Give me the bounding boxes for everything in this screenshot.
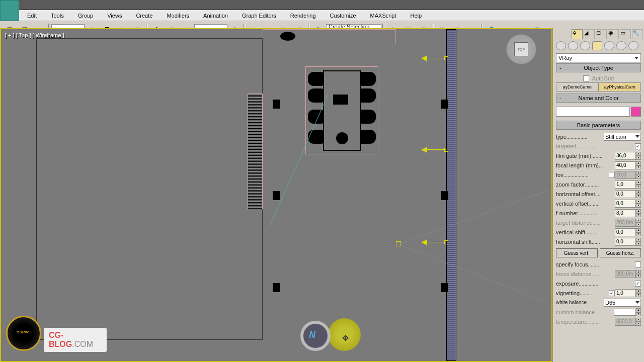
systems-icon[interactable] [628, 41, 638, 50]
viewcube-face-top[interactable]: TOP [514, 42, 528, 56]
object-color-swatch[interactable] [631, 107, 641, 117]
scene-plate [336, 132, 348, 144]
menu-rendering[interactable]: Rendering [283, 13, 323, 19]
vshift-input[interactable] [615, 228, 636, 236]
menu-modifiers[interactable]: Modifiers [159, 13, 196, 19]
exposure-checkbox[interactable]: ✓ [635, 281, 641, 287]
targeted-checkbox[interactable]: ✓ [635, 143, 641, 149]
autogrid-checkbox[interactable] [583, 75, 589, 81]
scene-wall [36, 38, 263, 340]
create-tab-icon[interactable]: ✲ [572, 29, 583, 39]
menu-help[interactable]: Help [404, 13, 429, 19]
helpers-icon[interactable] [604, 41, 614, 50]
specfocus-checkbox[interactable] [635, 261, 641, 267]
cb-swatch[interactable] [614, 309, 636, 316]
rollout-basic-params[interactable]: -Basic parameters [556, 121, 641, 130]
hoff-label: horizontal offset.... [556, 191, 615, 197]
shapes-icon[interactable] [568, 41, 578, 50]
hshift-input[interactable] [615, 238, 636, 246]
app-icon[interactable] [0, 0, 19, 21]
scene-chair [308, 130, 323, 144]
utilities-tab-icon[interactable]: 🔧 [632, 29, 643, 39]
autogrid-label: AutoGrid [592, 75, 614, 81]
zoom-label: zoom factor.......... [556, 182, 615, 188]
hierarchy-tab-icon[interactable]: ⊟ [596, 29, 607, 39]
type-label: type............... [556, 134, 604, 140]
menu-create[interactable]: Create [129, 13, 159, 19]
temp-spinner[interactable]: ▲▼ [636, 318, 641, 326]
zoom-spinner[interactable]: ▲▼ [636, 180, 641, 189]
tdist-label: target distance...... [556, 220, 615, 226]
scene-light-arrow [421, 147, 446, 153]
scene-chair [308, 110, 323, 124]
command-panel: ✲ ◢ ⊟ ◉ ▭ 🔧 VRay -Object Type AutoGrid a… [552, 28, 644, 362]
guess-horiz-button[interactable]: Guess horiz. [600, 248, 641, 257]
menu-tools[interactable]: Tools [44, 13, 71, 19]
rollout-name-color[interactable]: -Name and Color [556, 94, 641, 103]
geometry-icon[interactable] [556, 41, 566, 50]
vray-dome-camera-button[interactable]: ayDomeCame [556, 82, 599, 92]
hoff-input[interactable] [615, 190, 636, 198]
vshift-spinner[interactable]: ▲▼ [636, 228, 641, 236]
rollout-object-type[interactable]: -Object Type [556, 63, 641, 72]
scene-lamp [280, 32, 295, 41]
filmgate-label: film gate (mm)........ [556, 153, 615, 159]
viewcube[interactable]: TOP [506, 34, 536, 64]
vignette-input[interactable] [615, 289, 636, 297]
cb-label: custom balance ..... [556, 309, 614, 315]
vshift-label: vertical shift......... [556, 229, 615, 235]
motion-tab-icon[interactable]: ◉ [608, 29, 619, 39]
filmgate-spinner[interactable]: ▲▼ [636, 152, 641, 160]
focusdist-spinner[interactable]: ▲▼ [636, 270, 641, 278]
vignette-checkbox[interactable]: ✓ [609, 290, 615, 296]
scene-light-arrow [421, 239, 446, 245]
fnum-label: f-number.............. [556, 210, 615, 216]
object-name-input[interactable] [556, 107, 630, 117]
hshift-label: horizontal shift...... [556, 239, 615, 245]
scene-box-sm [273, 283, 280, 292]
menu-group[interactable]: Group [71, 13, 101, 19]
lights-icon[interactable] [580, 41, 590, 50]
fnum-spinner[interactable]: ▲▼ [636, 209, 641, 217]
menu-edit[interactable]: Edit [20, 13, 44, 19]
menu-grapheditors[interactable]: Graph Editors [235, 13, 283, 19]
spacewarps-icon[interactable] [616, 41, 626, 50]
menu-customize[interactable]: Customize [323, 13, 363, 19]
tdist-spinner[interactable]: ▲▼ [636, 219, 641, 227]
viewport-label[interactable]: [ + ] [ Top ] [ Wireframe ] [5, 32, 64, 38]
fov-checkbox[interactable] [609, 172, 615, 178]
watermark-center: N ✥ [298, 316, 363, 356]
filmgate-input[interactable] [615, 152, 636, 160]
fov-spinner[interactable]: ▲▼ [636, 171, 641, 179]
menu-views[interactable]: Views [100, 13, 129, 19]
scene-centerpiece [333, 95, 348, 105]
focallen-input[interactable] [615, 161, 636, 169]
vignette-spinner[interactable]: ▲▼ [636, 289, 641, 297]
guess-vert-button[interactable]: Guess vert. [556, 248, 598, 257]
renderer-dropdown[interactable]: VRay [556, 53, 641, 62]
menu-animation[interactable]: Animation [196, 13, 235, 19]
svg-line-3 [398, 190, 549, 244]
type-dropdown[interactable]: Still cam [604, 133, 641, 141]
wb-dropdown[interactable]: D65 [604, 299, 641, 307]
vignette-label: vignetting........ [556, 290, 609, 296]
hoff-spinner[interactable]: ▲▼ [636, 190, 641, 198]
scene-box-sm [441, 283, 448, 292]
svg-line-4 [398, 244, 549, 303]
hshift-spinner[interactable]: ▲▼ [636, 238, 641, 246]
voff-input[interactable] [615, 200, 636, 208]
fnum-input[interactable] [615, 209, 636, 217]
viewport-top[interactable]: [ + ] [ Top ] [ Wireframe ] TOP 5SR [0, 28, 552, 362]
focallen-spinner[interactable]: ▲▼ [636, 161, 641, 169]
display-tab-icon[interactable]: ▭ [620, 29, 631, 39]
fov-input[interactable] [615, 171, 636, 179]
modify-tab-icon[interactable]: ◢ [584, 29, 595, 39]
menu-maxscript[interactable]: MAXScript [363, 13, 404, 19]
menu-bar: Edit Tools Group Views Create Modifiers … [0, 10, 644, 21]
cameras-icon[interactable] [592, 41, 602, 50]
vray-physical-camera-button[interactable]: ayPhysicalCam [599, 82, 641, 92]
focusdist-input [615, 270, 636, 278]
voff-spinner[interactable]: ▲▼ [636, 200, 641, 208]
zoom-input[interactable] [615, 180, 636, 189]
cb-spinner[interactable]: ▲▼ [636, 308, 641, 316]
